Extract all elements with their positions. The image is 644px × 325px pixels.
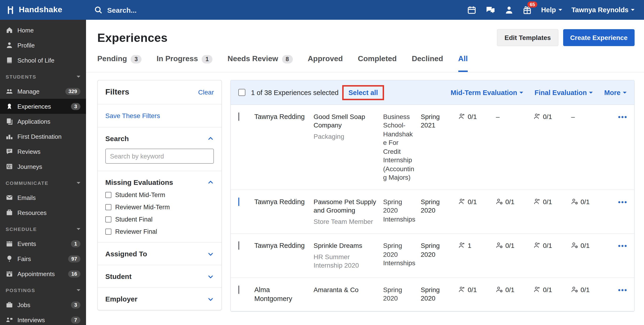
tab-all[interactable]: All <box>458 54 468 72</box>
search-placeholder: Search... <box>107 6 136 14</box>
save-filters-link[interactable]: Save These Filters <box>105 112 160 119</box>
filter-section-employer[interactable]: Employer <box>105 295 214 303</box>
sidebar-item-reviews[interactable]: Reviews <box>0 144 86 159</box>
sidebar-item-profile[interactable]: Profile <box>0 38 86 53</box>
student-name[interactable]: Tawnya Redding <box>254 112 314 182</box>
checkbox[interactable] <box>105 192 112 198</box>
sidebar-item-journeys[interactable]: Journeys <box>0 159 86 174</box>
filter-section-student[interactable]: Student <box>105 272 214 280</box>
checkbox-student-mid-term[interactable]: Student Mid-Term <box>105 191 214 198</box>
sidebar-item-jobs[interactable]: Jobs 3 <box>0 297 86 312</box>
mid-term-evaluation-dropdown[interactable]: Mid-Term Evaluation <box>450 89 523 96</box>
top-navbar: Handshake Search... 65 Help <box>0 0 644 20</box>
table-row[interactable]: Alma Montgomery Amaranta & Co Spring 202… <box>231 278 634 311</box>
tab-label: In Progress <box>156 55 198 63</box>
employer-name[interactable]: Good Smell Soap Company <box>314 112 378 130</box>
section-label: STUDENTS <box>6 74 36 80</box>
select-all-annotation-box: Select all <box>342 85 384 100</box>
employer-name[interactable]: Amaranta & Co <box>314 285 378 294</box>
row-checkbox[interactable] <box>238 112 239 121</box>
filter-section-missing-evaluations[interactable]: Missing Evaluations <box>105 178 214 186</box>
brand-name: Handshake <box>19 5 62 15</box>
gift-icon[interactable]: 65 <box>523 6 532 14</box>
checkbox-reviewer-mid-term[interactable]: Reviewer Mid-Term <box>105 204 214 211</box>
select-all-checkbox[interactable] <box>238 89 246 96</box>
checkbox[interactable] <box>105 229 112 235</box>
checkbox[interactable] <box>105 216 112 222</box>
row-actions-button[interactable]: ••• <box>618 242 628 250</box>
sidebar-item-experiences[interactable]: Experiences 3 <box>0 99 86 114</box>
help-menu[interactable]: Help <box>541 6 562 14</box>
sidebar-item-interviews[interactable]: Interviews 7 <box>0 312 86 325</box>
table-row[interactable]: Tawnya Redding Sprinkle Dreams HR Summer… <box>231 234 634 278</box>
sidebar-item-appointments[interactable]: Appointments 16 <box>0 266 86 281</box>
create-experience-button[interactable]: Create Experience <box>563 29 634 46</box>
person-star-icon <box>534 198 540 205</box>
book-icon <box>6 57 13 64</box>
sidebar-item-label: Jobs <box>18 301 30 308</box>
select-all-link[interactable]: Select all <box>348 89 378 96</box>
table-row[interactable]: Tawnya Redding Good Smell Soap Company P… <box>231 105 634 190</box>
filter-section-search[interactable]: Search <box>105 135 214 143</box>
checkbox-reviewer-final[interactable]: Reviewer Final <box>105 228 214 235</box>
tab-in-progress[interactable]: In Progress1 <box>156 54 212 72</box>
row-actions-button[interactable]: ••• <box>618 113 628 121</box>
checkbox-student-final[interactable]: Student Final <box>105 216 214 223</box>
sidebar-item-school-of-life[interactable]: School of Life <box>0 53 86 68</box>
global-search[interactable]: Search... <box>94 6 467 14</box>
tab-approved[interactable]: Approved <box>308 54 343 72</box>
student-name[interactable]: Tawnya Redding <box>254 198 314 226</box>
page-header: Experiences Edit Templates Create Experi… <box>86 20 644 46</box>
user-menu[interactable]: Tawnya Reynolds <box>571 6 634 14</box>
selection-bar: 1 of 38 Experiences selected Select all … <box>231 80 634 105</box>
sidebar-item-home[interactable]: Home <box>0 23 86 38</box>
table-row[interactable]: Tawnya Redding Pawsome Pet Supply and Gr… <box>231 190 634 234</box>
filter-section-assigned-to[interactable]: Assigned To <box>105 250 214 258</box>
sidebar-item-label: Manage <box>18 88 40 95</box>
row-checkbox[interactable] <box>238 241 239 250</box>
sidebar-section-postings[interactable]: POSTINGS <box>0 283 86 297</box>
keyword-search-input[interactable] <box>105 149 214 164</box>
eval-count: 0/1 <box>580 285 590 294</box>
profile-icon[interactable] <box>505 6 513 14</box>
sidebar-item-manage[interactable]: Manage 329 <box>0 84 86 99</box>
employer-name[interactable]: Pawsome Pet Supply and Grooming <box>314 198 378 215</box>
sidebar-item-resources[interactable]: Resources <box>0 205 86 220</box>
sidebar-item-label: First Destination <box>18 133 62 140</box>
sidebar-section-communicate[interactable]: COMMUNICATE <box>0 176 86 190</box>
calendar-icon[interactable] <box>467 6 476 14</box>
row-actions-button[interactable]: ••• <box>618 198 628 206</box>
handshake-logo[interactable]: Handshake <box>0 5 86 15</box>
row-checkbox[interactable] <box>238 198 239 206</box>
tab-needs-review[interactable]: Needs Review8 <box>228 54 292 72</box>
tab-pending[interactable]: Pending3 <box>97 54 142 72</box>
eval-count: 0/1 <box>505 241 514 250</box>
edit-templates-button[interactable]: Edit Templates <box>497 29 558 46</box>
row-actions-button[interactable]: ••• <box>618 286 628 294</box>
eval-count: 0/1 <box>505 285 514 294</box>
sidebar-item-events[interactable]: Events 1 <box>0 236 86 251</box>
student-name[interactable]: Tawnya Redding <box>254 241 314 270</box>
sidebar-item-applications[interactable]: Applications <box>0 114 86 129</box>
row-checkbox[interactable] <box>238 285 239 294</box>
count-badge: 3 <box>71 103 80 110</box>
sidebar-item-first-destination[interactable]: First Destination <box>0 129 86 144</box>
checkbox[interactable] <box>105 204 112 210</box>
notification-badge: 65 <box>528 1 537 7</box>
sidebar-item-fairs[interactable]: Fairs 97 <box>0 251 86 266</box>
sidebar-section-schedule[interactable]: SCHEDULE <box>0 222 86 236</box>
tab-label: Pending <box>97 55 127 63</box>
balloon-icon <box>6 255 13 262</box>
student-name[interactable]: Alma Montgomery <box>254 285 314 303</box>
sidebar-section-students[interactable]: STUDENTS <box>0 70 86 84</box>
more-dropdown[interactable]: More <box>604 89 626 96</box>
tab-completed[interactable]: Completed <box>358 54 397 72</box>
employer-name[interactable]: Sprinkle Dreams <box>314 241 378 250</box>
tab-declined[interactable]: Declined <box>412 54 443 72</box>
final-evaluation-dropdown[interactable]: Final Evaluation <box>534 89 593 96</box>
eval-count: 0/1 <box>505 198 514 206</box>
messages-icon[interactable] <box>486 6 496 14</box>
clear-filters-link[interactable]: Clear <box>198 88 214 96</box>
tab-label: Needs Review <box>228 55 278 63</box>
sidebar-item-emails[interactable]: Emails <box>0 190 86 205</box>
